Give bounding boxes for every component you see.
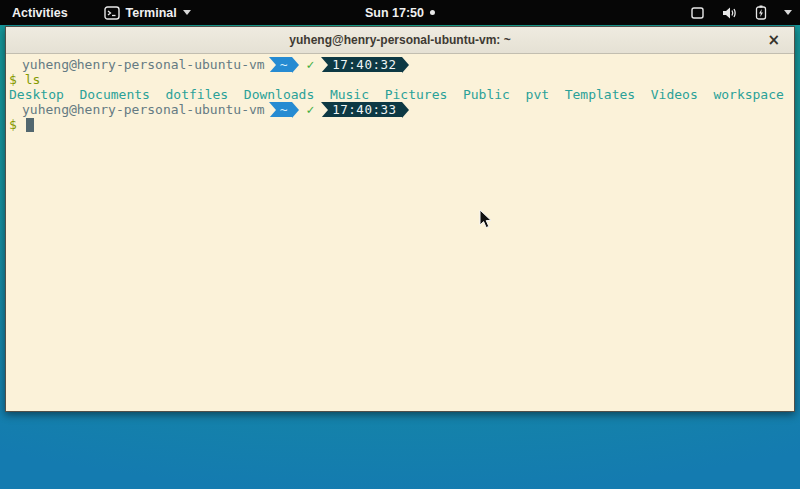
volume-icon <box>722 6 738 20</box>
window-titlebar[interactable]: yuheng@henry-personal-ubuntu-vm: ~ × <box>6 27 794 54</box>
top-bar-left: Activities Terminal <box>0 0 191 25</box>
prompt-time-segment: 17:40:33 <box>321 102 401 117</box>
prompt-time: 17:40:33 <box>332 102 396 117</box>
terminal-block-cursor <box>26 118 34 132</box>
prompt-cwd-segment: ~ <box>269 57 293 72</box>
status-check-icon: ✓ <box>306 57 314 72</box>
top-bar: Activities Terminal Sun 17:50 <box>0 0 800 25</box>
powerline-notch <box>269 57 276 72</box>
app-menu-terminal[interactable]: Terminal <box>104 0 191 25</box>
shell-prompt-symbol: $ <box>9 72 17 87</box>
battery-charging-icon <box>755 5 767 20</box>
powerline-arrow-icon <box>292 102 299 118</box>
powerline-notch <box>321 102 328 117</box>
notification-dot <box>430 10 435 15</box>
prompt-line-2: yuheng@henry-personal-ubuntu-vm ~ ✓ 17:4… <box>6 102 794 117</box>
prompt-time: 17:40:32 <box>332 57 396 72</box>
screen-icon <box>690 6 705 20</box>
system-tray[interactable] <box>682 0 800 25</box>
chevron-down-icon <box>183 10 191 15</box>
typed-command: ls <box>25 72 41 87</box>
terminal-screen[interactable]: yuheng@henry-personal-ubuntu-vm ~ ✓ 17:4… <box>6 54 794 411</box>
terminal-icon <box>104 6 120 20</box>
powerline-notch <box>321 57 328 72</box>
prompt-line-1: yuheng@henry-personal-ubuntu-vm ~ ✓ 17:4… <box>6 57 794 72</box>
clock-button[interactable]: Sun 17:50 <box>365 0 435 25</box>
powerline-arrow-icon <box>292 57 299 73</box>
powerline-notch <box>269 102 276 117</box>
prompt-cwd: ~ <box>280 57 288 72</box>
clock-label: Sun 17:50 <box>365 6 424 20</box>
prompt-time-segment: 17:40:32 <box>321 57 401 72</box>
close-button[interactable]: × <box>767 33 780 48</box>
command-line: $ ls <box>6 72 794 87</box>
ls-output-line: Desktop Documents dotfiles Downloads Mus… <box>6 87 794 102</box>
terminal-window: yuheng@henry-personal-ubuntu-vm: ~ × yuh… <box>5 26 795 412</box>
chevron-down-icon <box>784 10 792 15</box>
directory-list: Desktop Documents dotfiles Downloads Mus… <box>9 87 784 102</box>
input-line[interactable]: $ <box>6 117 794 132</box>
status-check-icon: ✓ <box>306 102 314 117</box>
powerline-arrow-icon <box>402 57 409 73</box>
powerline-arrow-icon <box>402 102 409 118</box>
prompt-cwd-segment: ~ <box>269 102 293 117</box>
window-title: yuheng@henry-personal-ubuntu-vm: ~ <box>289 33 510 47</box>
prompt-user-host: yuheng@henry-personal-ubuntu-vm <box>22 102 265 117</box>
shell-prompt-symbol: $ <box>9 117 17 132</box>
prompt-cwd: ~ <box>280 102 288 117</box>
app-menu-label: Terminal <box>126 6 177 20</box>
activities-button[interactable]: Activities <box>0 0 80 25</box>
prompt-user-host: yuheng@henry-personal-ubuntu-vm <box>22 57 265 72</box>
